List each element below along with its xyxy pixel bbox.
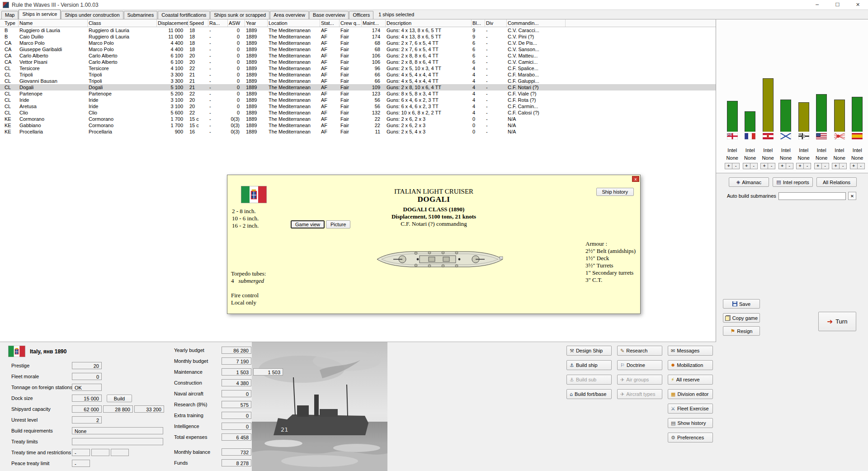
tab-ships-under-construction[interactable]: Ships under construction [61, 11, 123, 19]
column-header-stat[interactable]: Stat... [320, 19, 340, 27]
column-header-crew-q[interactable]: Crew q... [340, 19, 362, 27]
cell: - [208, 78, 228, 84]
cell: - [208, 122, 228, 128]
tab-map[interactable]: Map [1, 11, 18, 19]
ship-row[interactable]: CLTripoliTripoli3 30021-01889The Mediter… [0, 71, 716, 78]
preferences-button[interactable]: ⚙Preferences [668, 433, 713, 442]
almanac-icon: ◈ [736, 180, 740, 185]
design-ship-button[interactable]: ⚒Design Ship [566, 346, 612, 356]
ship-row[interactable]: CLClioClio5 60022-01889The Mediterranean… [0, 109, 716, 116]
tab-coastal-fortifications[interactable]: Coastal fortifications [158, 11, 210, 19]
column-header-type[interactable]: Type [4, 19, 19, 27]
ship-row[interactable]: CLDogaliDogali5 10021-01889The Mediterra… [0, 84, 716, 90]
tab-submarines[interactable]: Submarines [124, 11, 158, 19]
ship-row[interactable]: CLGiovanni BausanTripoli3 30021-01889The… [0, 78, 716, 84]
clear-auto-build-button[interactable]: ✕ [848, 192, 856, 200]
relation-plus-button-austria[interactable]: + [760, 163, 768, 169]
ship-row[interactable]: CAVettor PisaniCarlo Alberto6 10020-0188… [0, 59, 716, 65]
ship-row[interactable]: CAGiuseppe GaribaldiMarco Polo4 40018-01… [0, 46, 716, 52]
intel-link-spain[interactable]: Intel [853, 147, 862, 153]
ship-history-button[interactable]: Ship history [596, 188, 634, 196]
relation-minus-button-france[interactable]: - [750, 163, 758, 169]
column-header-commandin[interactable]: Commandin... [507, 19, 566, 27]
intel-link-japan[interactable]: Intel [835, 147, 844, 153]
ship-row[interactable]: KEProcellariaProcellaria90016-0(3)1889Th… [0, 128, 716, 135]
relation-plus-button-france[interactable]: + [743, 163, 750, 169]
column-header-div[interactable]: Div [485, 19, 507, 27]
relation-minus-button-germany[interactable]: - [803, 163, 811, 169]
all-reserve-button[interactable]: ⚡All reserve [668, 375, 713, 385]
relation-minus-button-austria[interactable]: - [768, 163, 775, 169]
intel-link-france[interactable]: Intel [745, 147, 755, 153]
ship-row[interactable]: CLAretusaIride3 10020-01889The Mediterra… [0, 103, 716, 109]
ship-row[interactable]: CLIrideIride3 10020-01889The Mediterrane… [0, 97, 716, 103]
copy-game-button[interactable]: Copy game [723, 313, 760, 323]
tab-officers[interactable]: Officers [349, 11, 373, 19]
all-relations-button[interactable]: All Relations [816, 177, 857, 187]
intel-link-austria[interactable]: Intel [763, 147, 773, 153]
relation-plus-button-spain[interactable]: + [850, 163, 858, 169]
maximize-button[interactable]: ☐ [827, 0, 848, 10]
close-button[interactable]: ✕ [848, 0, 868, 10]
relation-plus-button-germany[interactable]: + [796, 163, 804, 169]
column-header-name[interactable]: Name [19, 19, 88, 27]
ship-row[interactable]: KECormoranoCormorano1 70015 c-0(3)1889Th… [0, 116, 716, 122]
relation-plus-button-japan[interactable]: + [832, 163, 840, 169]
column-header-year[interactable]: Year [245, 19, 268, 27]
relation-plus-button-russia[interactable]: + [778, 163, 786, 169]
intel-link-uk[interactable]: Intel [727, 147, 737, 153]
turn-button[interactable]: ➔ Turn [818, 312, 856, 331]
relation-plus-button-uk[interactable]: + [725, 163, 732, 169]
save-button[interactable]: Save [723, 299, 760, 309]
relation-minus-button-uk[interactable]: - [732, 163, 740, 169]
tab-ships-sunk-or-scrapped[interactable]: Ships sunk or scrapped [210, 11, 269, 19]
tab-ships-in-service[interactable]: Ships in service [19, 10, 61, 19]
ship-row[interactable]: CAMarco PoloMarco Polo4 40018-01889The M… [0, 40, 716, 46]
show-history-button[interactable]: ▤Show history [668, 418, 713, 428]
minimize-button[interactable]: ─ [807, 0, 827, 10]
relation-minus-button-usa[interactable]: - [821, 163, 829, 169]
relation-plus-button-usa[interactable]: + [814, 163, 822, 169]
research-button[interactable]: ✎Research [617, 346, 662, 356]
intel-reports-button[interactable]: ▤Intel reports [773, 177, 813, 187]
relation-minus-button-spain[interactable]: - [857, 163, 865, 169]
column-header-speed[interactable]: Speed [189, 19, 208, 27]
column-header-bl[interactable]: Bl... [472, 19, 485, 27]
doctrine-button[interactable]: ⚐Doctrine [617, 360, 662, 370]
intel-link-russia[interactable]: Intel [781, 147, 791, 153]
chart-bar [798, 102, 809, 132]
build-fort-base-button[interactable]: ⌂Build fort/base [566, 389, 612, 399]
relation-minus-button-japan[interactable]: - [839, 163, 847, 169]
column-header-class[interactable]: Class [88, 19, 157, 27]
column-header-ra[interactable]: Ra... [208, 19, 228, 27]
column-header-description[interactable]: Description [386, 19, 472, 27]
intel-link-germany[interactable]: Intel [799, 147, 808, 153]
tab-area-overview[interactable]: Area overview [270, 11, 309, 19]
column-header-location[interactable]: Location [268, 19, 320, 27]
picture-button[interactable]: Picture [326, 220, 350, 228]
build-button[interactable]: Build [107, 395, 132, 402]
ship-row[interactable]: CLTersicoreTersicore4 10022-01889The Med… [0, 65, 716, 71]
messages-button[interactable]: ✉Messages [668, 346, 713, 356]
auto-build-input[interactable] [778, 192, 846, 200]
division-editor-button[interactable]: ▦Division editor [668, 389, 713, 399]
column-header-maint[interactable]: Maint... [362, 19, 386, 27]
relation-minus-button-russia[interactable]: - [786, 163, 793, 169]
ship-row[interactable]: CACarlo AlbertoCarlo Alberto6 10020-0188… [0, 52, 716, 59]
mobilization-button[interactable]: ✹Mobilization [668, 360, 713, 370]
ship-row[interactable]: CLPartenopePartenope5 20022-01889The Med… [0, 90, 716, 97]
resign-button[interactable]: ⚑ Resign [723, 326, 760, 336]
tab-base-overview[interactable]: Base overview [309, 11, 349, 19]
intel-link-usa[interactable]: Intel [817, 147, 826, 153]
ship-row[interactable]: BCaio DuilioRuggiero di Lauria11 00018-0… [0, 33, 716, 40]
ship-row[interactable]: KEGabbianoCormorano1 70015 c-0(3)1889The… [0, 122, 716, 128]
column-header-asw[interactable]: ASW [228, 19, 245, 27]
game-view-button[interactable]: Game view [291, 220, 325, 228]
column-header-displacement[interactable]: Displacement [157, 19, 189, 27]
dialog-close-button[interactable]: x [632, 176, 639, 182]
fleet-exercise-button[interactable]: ⚔Fleet Exercise [668, 404, 713, 414]
ship-row[interactable]: BRuggiero di LauriaRuggiero di Lauria11 … [0, 27, 716, 33]
almanac-button[interactable]: ◈Almanac [729, 177, 769, 187]
build-ship-button[interactable]: ⚓Build ship [566, 360, 612, 370]
cell: AF [320, 103, 340, 109]
